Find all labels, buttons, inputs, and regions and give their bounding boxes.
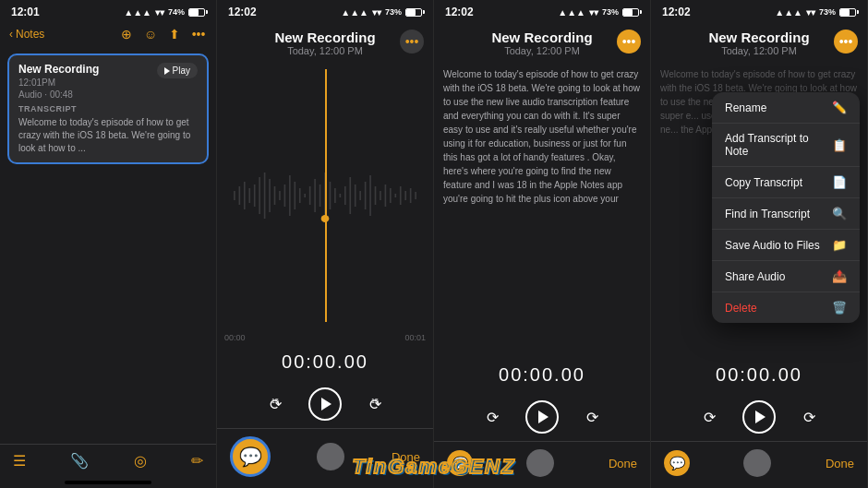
play-pause-btn-2[interactable]	[308, 387, 342, 421]
forward-btn-4[interactable]: ⟳	[794, 402, 824, 432]
time-end: 00:01	[404, 333, 426, 342]
back-chevron: ‹	[9, 28, 13, 41]
delete-icon: 🗑️	[832, 301, 847, 315]
time-3: 12:02	[445, 6, 474, 18]
chat-icon-4[interactable]: 💬	[664, 450, 690, 476]
nav-icons: ⊕ ☺ ⬆ •••	[118, 26, 207, 42]
play-button[interactable]: Play	[157, 63, 198, 78]
signal-icon-1: ▲▲▲	[124, 7, 151, 18]
record-btn-3[interactable]	[526, 449, 554, 477]
menu-delete[interactable]: Delete 🗑️	[712, 292, 860, 323]
signal-icon-3: ▲▲▲	[558, 7, 585, 18]
timer-3: 00:00.00	[434, 357, 650, 393]
camera-icon[interactable]: ⊕	[118, 26, 135, 42]
battery-label-1: 74%	[168, 7, 185, 17]
rewind-btn-4[interactable]: ⟳	[694, 402, 724, 432]
context-menu: Rename ✏️ Add Transcript to Note 📋 Copy …	[712, 92, 860, 323]
wifi-icon-1: ▾▾	[155, 7, 164, 18]
watermark: TinGameGENZ	[353, 455, 516, 479]
time-1: 12:01	[11, 6, 40, 18]
battery-icon-2	[405, 8, 422, 17]
more-options-btn-2[interactable]: •••	[400, 30, 424, 54]
card-duration: Audio · 00:48	[18, 89, 99, 100]
recording-date-2: Today, 12:00 PM	[226, 45, 424, 56]
time-start: 00:00	[224, 333, 246, 342]
playback-controls-4: ⟳ ⟳	[651, 393, 867, 441]
rewind-btn-3[interactable]: ⟳	[477, 402, 507, 432]
transcript-tag: TRANSCRIPT	[18, 104, 198, 113]
share-icon[interactable]: ⬆	[166, 26, 183, 42]
rename-icon: ✏️	[832, 101, 847, 114]
more-icon[interactable]: •••	[190, 26, 207, 42]
screen-context-menu: 12:02 ▲▲▲ ▾▾ 73% New Recording Today, 12…	[651, 0, 868, 488]
status-icons-3: ▲▲▲ ▾▾ 73%	[558, 7, 639, 18]
recording-card[interactable]: New Recording 12:01PM Audio · 00:48 Play…	[7, 54, 209, 164]
battery-label-3: 73%	[602, 7, 619, 17]
play-label: Play	[173, 65, 190, 76]
forward-btn-2[interactable]: ⟳15	[360, 389, 390, 419]
find-transcript-label: Find in Transcript	[725, 208, 810, 220]
done-btn-3[interactable]: Done	[609, 457, 637, 470]
status-icons-4: ▲▲▲ ▾▾ 73%	[775, 7, 856, 18]
record-btn-4[interactable]	[743, 449, 771, 477]
list-icon[interactable]: ☰	[13, 452, 26, 470]
bottom-toolbar-1: ☰ 📎 ◎ ✏	[0, 444, 216, 481]
recording-title-2: New Recording	[226, 30, 424, 45]
transcript-text: Welcome to today's episode of how to get…	[443, 67, 641, 206]
compose-icon[interactable]: ✏	[191, 452, 203, 470]
timer-2: 00:00.00	[217, 344, 433, 380]
play-pause-btn-4[interactable]	[742, 400, 776, 434]
screen-recording: 12:02 ▲▲▲ ▾▾ 73% New Recording Today, 12…	[217, 0, 434, 488]
time-2: 12:02	[228, 6, 257, 18]
attachment-icon[interactable]: 📎	[70, 452, 89, 470]
transcript-preview: Welcome to today's episode of how to get…	[18, 116, 198, 155]
playback-controls-2: ⟳15 ⟳15	[217, 380, 433, 428]
nav-bar-1: ‹ Notes ⊕ ☺ ⬆ •••	[0, 22, 216, 46]
delete-label: Delete	[725, 302, 757, 315]
menu-find-transcript[interactable]: Find in Transcript 🔍	[712, 198, 860, 230]
find-transcript-icon: 🔍	[832, 207, 847, 220]
screen-notes-list: 12:01 ▲▲▲ ▾▾ 74% ‹ Notes ⊕ ☺ ⬆ •••	[0, 0, 217, 488]
card-meta: 12:01PM	[18, 77, 99, 88]
face-icon[interactable]: ☺	[142, 26, 159, 42]
recording-date-4: Today, 12:00 PM	[660, 45, 858, 56]
status-bar-1: 12:01 ▲▲▲ ▾▾ 74%	[0, 0, 216, 22]
menu-save-audio[interactable]: Save Audio to Files 📁	[712, 230, 860, 261]
signal-icon-2: ▲▲▲	[341, 7, 368, 18]
playhead	[325, 69, 327, 322]
play-pause-btn-3[interactable]	[525, 400, 559, 434]
status-bar-2: 12:02 ▲▲▲ ▾▾ 73%	[217, 0, 433, 22]
wifi-icon-3: ▾▾	[589, 7, 598, 18]
status-bar-3: 12:02 ▲▲▲ ▾▾ 73%	[434, 0, 650, 22]
more-options-btn-4[interactable]: •••	[834, 30, 858, 54]
time-4: 12:02	[662, 6, 691, 18]
battery-icon-4	[839, 8, 856, 17]
recording-header-2: New Recording Today, 12:00 PM •••	[217, 22, 433, 60]
status-icons-1: ▲▲▲ ▾▾ 74%	[124, 7, 205, 18]
copy-transcript-icon: 📄	[832, 175, 847, 189]
done-btn-4[interactable]: Done	[826, 457, 854, 470]
rename-label: Rename	[725, 101, 766, 114]
menu-add-transcript[interactable]: Add Transcript to Note 📋	[712, 124, 860, 167]
record-btn-2[interactable]	[317, 443, 344, 470]
forward-btn-3[interactable]: ⟳	[577, 402, 607, 432]
recording-date-3: Today, 12:00 PM	[443, 45, 641, 56]
menu-share-audio[interactable]: Share Audio 📤	[712, 261, 860, 292]
chat-bubble-btn[interactable]: 💬	[230, 436, 271, 477]
back-button[interactable]: ‹ Notes	[9, 28, 44, 41]
scan-icon[interactable]: ◎	[134, 452, 147, 470]
add-transcript-icon: 📋	[832, 138, 847, 152]
bottom-bar-4: 💬 Done	[651, 441, 867, 488]
share-audio-label: Share Audio	[725, 270, 785, 283]
menu-copy-transcript[interactable]: Copy Transcript 📄	[712, 167, 860, 198]
rewind-btn-2[interactable]: ⟳15	[260, 389, 290, 419]
battery-icon-3	[622, 8, 639, 17]
menu-rename[interactable]: Rename ✏️	[712, 92, 860, 124]
main-container: 12:01 ▲▲▲ ▾▾ 74% ‹ Notes ⊕ ☺ ⬆ •••	[0, 0, 868, 488]
more-options-btn-3[interactable]: •••	[617, 30, 641, 54]
card-title: New Recording	[18, 63, 99, 76]
time-markers: 00:00 00:01	[217, 331, 433, 344]
signal-icon-4: ▲▲▲	[775, 7, 802, 18]
play-icon	[164, 67, 170, 75]
save-audio-icon: 📁	[832, 238, 847, 252]
